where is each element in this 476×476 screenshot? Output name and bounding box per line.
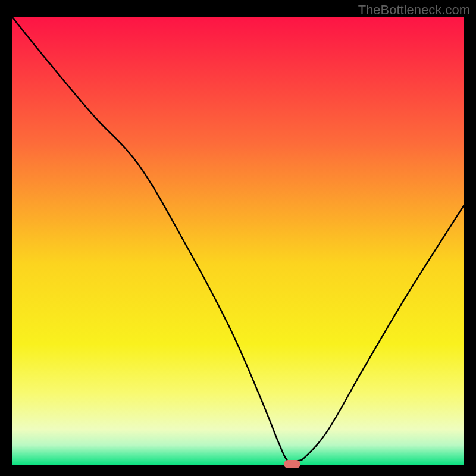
watermark-label: TheBottleneck.com: [358, 2, 470, 18]
chart-frame: TheBottleneck.com: [0, 0, 476, 476]
gradient-background: [12, 17, 464, 465]
plot-svg: [12, 17, 464, 465]
plot-area: [12, 17, 464, 465]
minimum-marker: [284, 460, 300, 468]
